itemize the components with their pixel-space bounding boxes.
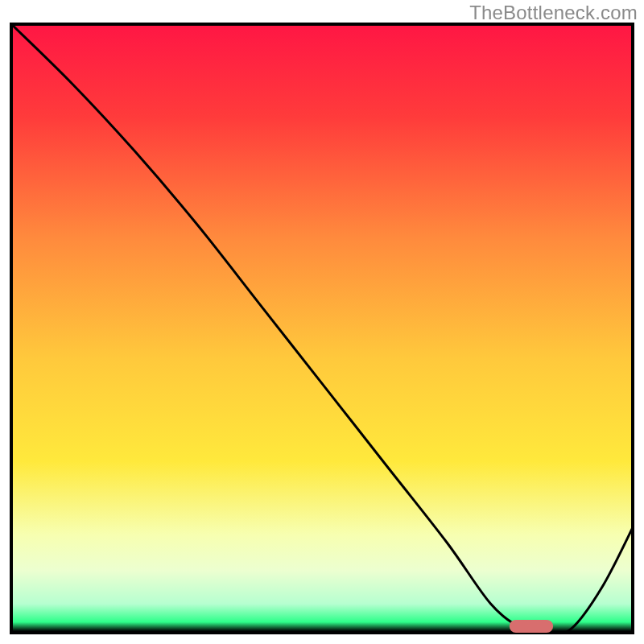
optimal-range-marker bbox=[510, 620, 553, 633]
chart-svg bbox=[10, 23, 634, 634]
gradient-background bbox=[13, 26, 631, 631]
watermark-text: TheBottleneck.com bbox=[469, 2, 638, 24]
chart-container: TheBottleneck.com bbox=[0, 0, 644, 644]
chart-plot bbox=[10, 23, 634, 634]
